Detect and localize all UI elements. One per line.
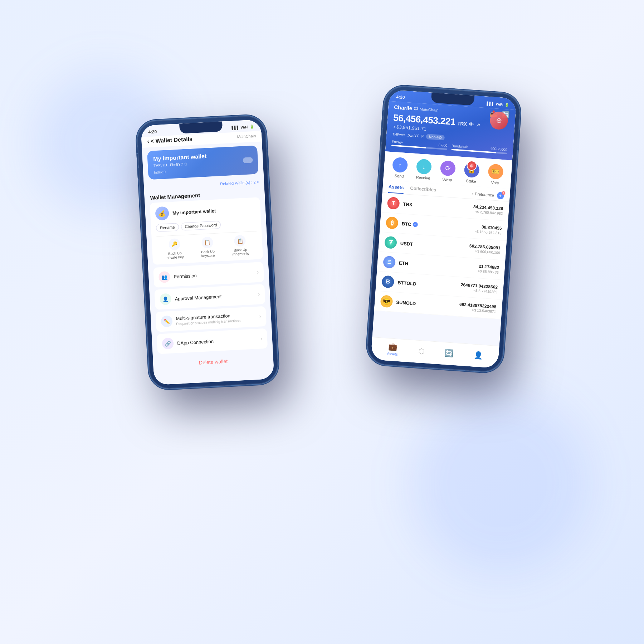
user-info: Charlie ⇄ MainChain (394, 103, 439, 113)
r-wifi-icon: WiFi (496, 102, 503, 106)
multisig-label: Multi-signature transaction Request or p… (176, 312, 256, 326)
signal-icon: ▌▌▌ (231, 125, 239, 130)
stake-label: Stake (466, 179, 476, 184)
rename-button[interactable]: Rename (156, 223, 179, 232)
backup-mnemonic[interactable]: 📋 Back Up mnemonic (231, 235, 249, 256)
r-silent-button[interactable] (382, 110, 384, 116)
btc-values: 30.810455 ≈$ 1555,934.813 (474, 224, 502, 235)
hd-badge: Non-HD (426, 134, 445, 141)
nav-account[interactable]: 👤 (473, 351, 483, 360)
permission-chevron: › (257, 269, 259, 275)
add-badge: 1 (502, 191, 506, 195)
wifi-icon: WiFi (241, 125, 249, 129)
bttold-icon: B (381, 275, 394, 288)
send-action[interactable]: ↑ Send (391, 157, 408, 179)
chain-label: MainChain (420, 107, 439, 113)
r-volume-down-button[interactable] (380, 131, 382, 142)
balance-ticker: TRX (457, 121, 467, 127)
preference-label: Preference (475, 191, 494, 197)
btc-icon: ₿ (386, 216, 399, 229)
dapp-connection-item[interactable]: 🔗 DApp Connection › (157, 328, 268, 354)
permission-label: Permission (174, 270, 253, 279)
approval-icon: 👤 (160, 293, 172, 306)
management-card: 💰 My important wallet Rename Change Pass… (150, 197, 263, 265)
status-time-right: 4:20 (396, 94, 405, 100)
approval-management-item[interactable]: 👤 Approval Management › (154, 284, 265, 310)
preference-button[interactable]: ↕ Preference (472, 191, 494, 197)
receive-label: Receive (416, 175, 430, 180)
usdt-icon: ₮ (384, 236, 397, 249)
vote-icon: 🎫 (488, 164, 504, 180)
backup-mnemonic-icon: 📋 (234, 235, 246, 247)
dapp-chevron: › (260, 335, 262, 342)
wallet-avatar: 💰 (155, 206, 169, 221)
status-time-left: 4:20 (148, 129, 157, 135)
multisig-chevron: › (259, 313, 261, 319)
backup-keystore[interactable]: 📋 Back Up keystore (200, 236, 215, 258)
tab-assets[interactable]: Assets (388, 182, 404, 194)
market-nav-icon: ⬡ (418, 347, 425, 356)
expand-icon[interactable]: ↗ (476, 122, 480, 128)
swap-action[interactable]: ⟳ Swap (439, 160, 456, 182)
copy-icon[interactable]: ⎘ (185, 162, 187, 166)
back-button[interactable]: ‹ < Wallet Details (147, 136, 192, 145)
main-wallet-screen: 4:20 ▌▌▌ WiFi 🔋 Charlie ⇄ Main (371, 90, 517, 369)
back-arrow-icon: ‹ (147, 138, 149, 145)
volume-down-button[interactable] (137, 168, 139, 179)
status-icons-left: ▌▌▌ WiFi 🔋 (231, 125, 254, 130)
approval-management-label: Approval Management (175, 292, 254, 302)
usdt-name: USDT (400, 240, 469, 250)
nav-history[interactable]: 🔄 (444, 348, 454, 358)
delete-wallet-button[interactable]: Delete wallet (153, 350, 274, 374)
history-nav-icon: 🔄 (444, 348, 454, 358)
wallet-address: THPwer...5wtfYC (392, 132, 420, 138)
dapp-label: DApp Connection (177, 336, 257, 346)
main-wallet-header: Charlie ⇄ MainChain 📤 🔄 5 (385, 101, 516, 160)
left-phone-screen: 4:20 ▌▌▌ WiFi 🔋 ‹ < Wallet Details MainC… (141, 119, 274, 385)
copy-addr-icon[interactable]: ⎘ (421, 134, 424, 138)
permission-icon: 👥 (158, 271, 171, 283)
silent-button[interactable] (136, 147, 138, 153)
phones-container: 4:20 ▌▌▌ WiFi 🔋 ‹ < Wallet Details MainC… (125, 54, 519, 590)
power-button[interactable] (267, 151, 269, 170)
account-nav-icon: 👤 (473, 351, 483, 360)
multisig-item[interactable]: ✏️ Multi-signature transaction Request o… (156, 306, 267, 332)
management-wallet-row: 💰 My important wallet (155, 202, 256, 221)
switch-icon[interactable]: ⇄ (414, 105, 419, 112)
vote-action[interactable]: 🎫 Vote (487, 164, 504, 185)
eth-name: ETH (399, 260, 478, 271)
change-password-button[interactable]: Change Password (181, 221, 221, 231)
send-label: Send (394, 174, 404, 179)
receive-icon: ↓ (416, 158, 432, 175)
username: Charlie (394, 104, 413, 111)
management-buttons: Rename Change Password (156, 219, 257, 232)
sort-icon: ↕ (472, 191, 474, 196)
permission-item[interactable]: 👥 Permission › (153, 262, 264, 288)
nav-market[interactable]: ⬡ (418, 347, 425, 356)
nav-assets[interactable]: 💼 Assets (387, 342, 399, 356)
wallet-card: My important wallet THPvaU...Fhn5YC ⎘ In… (147, 145, 259, 180)
eth-values: 21.174682 ≈$ 85,885.35 (478, 264, 499, 274)
tab-collectibles[interactable]: Collectibles (410, 184, 436, 196)
add-asset-button[interactable]: + 1 (497, 192, 504, 199)
approval-chevron: › (258, 291, 260, 298)
eye-icon[interactable]: 👁 (469, 121, 474, 127)
r-signal-icon: ▌▌▌ (487, 101, 494, 106)
usdt-values: 602,786.035091 ≈$ 606,000.199 (469, 243, 501, 255)
bttold-name: BTTOLD (397, 280, 461, 289)
assets-nav-icon: 💼 (388, 342, 398, 351)
trx-icon: T (387, 197, 400, 210)
status-icons-right: ▌▌▌ WiFi 🔋 (487, 101, 509, 107)
toggle-switch[interactable] (243, 157, 253, 163)
wallet-details-screen: 4:20 ▌▌▌ WiFi 🔋 ‹ < Wallet Details MainC… (141, 119, 274, 385)
volume-up-button[interactable] (136, 154, 138, 165)
sunold-name: SUNOLD (396, 299, 459, 309)
backup-private-key[interactable]: 🔑 Back Up private key (166, 238, 184, 260)
r-volume-up-button[interactable] (381, 117, 383, 128)
sunold-values: 692.418878222498 ≈$ 13.5483871 (459, 302, 497, 314)
r-battery-icon: 🔋 (504, 103, 509, 107)
receive-action[interactable]: ↓ Receive (415, 158, 432, 180)
r-power-button[interactable] (517, 130, 520, 150)
assets-nav-label: Assets (387, 352, 398, 356)
trx-name: TRX (403, 201, 473, 211)
